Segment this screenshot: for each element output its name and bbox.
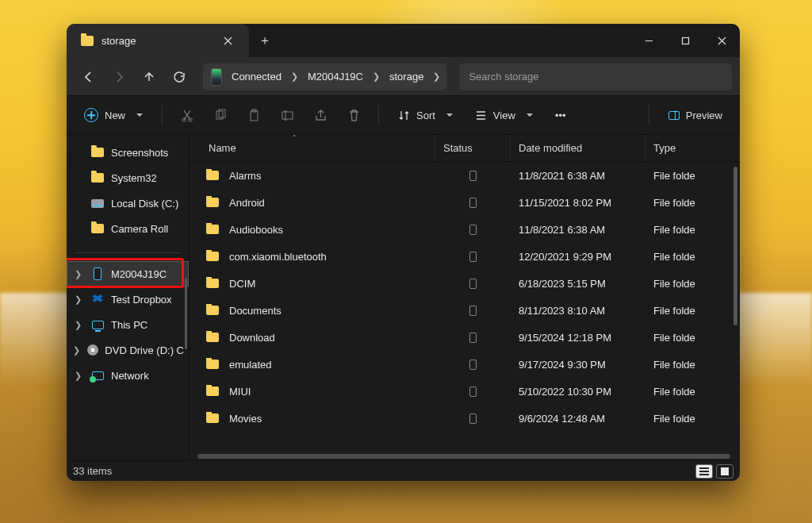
phone-icon xyxy=(90,267,105,280)
sidebar-item[interactable]: ❯Test Dropbox xyxy=(67,286,189,312)
minimize-button[interactable] xyxy=(630,24,667,57)
column-header-status[interactable]: Status xyxy=(435,135,511,161)
file-row[interactable]: com.xiaomi.bluetooth12/20/2021 9:29 PMFi… xyxy=(190,243,740,270)
close-button[interactable] xyxy=(703,24,740,57)
maximize-button[interactable] xyxy=(667,24,703,57)
column-header-date[interactable]: Date modified xyxy=(511,135,645,161)
file-type: File folde xyxy=(645,197,740,209)
up-button[interactable] xyxy=(135,63,163,90)
expand-chevron-icon[interactable]: ❯ xyxy=(71,345,81,356)
separator xyxy=(649,105,649,125)
preview-button[interactable]: Preview xyxy=(661,102,730,128)
expand-chevron-icon[interactable]: ❯ xyxy=(71,269,84,279)
folder-icon xyxy=(205,304,220,317)
sidebar-item[interactable]: ❯DVD Drive (D:) C xyxy=(67,337,189,363)
sidebar-item[interactable]: Screenshots xyxy=(67,140,189,165)
folder-icon xyxy=(205,223,220,236)
folder-icon xyxy=(205,250,220,263)
details-view-button[interactable] xyxy=(695,464,713,479)
device-status-icon xyxy=(469,279,477,289)
new-button[interactable]: New xyxy=(76,102,151,128)
address-bar[interactable]: Connected ❯ M2004J19C ❯ storage ❯ xyxy=(203,63,446,90)
cut-icon[interactable] xyxy=(174,102,201,128)
tab-close-button[interactable] xyxy=(217,30,238,51)
file-row[interactable]: Android11/15/2021 8:02 PMFile folde xyxy=(190,189,740,216)
chevron-right-icon[interactable]: ❯ xyxy=(373,71,380,82)
explorer-window: storage ＋ Connected ❯ M2004J19C ❯ storag… xyxy=(67,24,740,481)
folder-icon xyxy=(205,169,220,182)
sidebar-item-label: M2004J19C xyxy=(111,268,167,280)
breadcrumb-item[interactable]: Connected xyxy=(232,71,282,83)
file-date: 8/11/2023 8:10 AM xyxy=(511,305,645,317)
file-row[interactable]: emulated9/17/2024 9:30 PMFile folde xyxy=(190,351,740,378)
folder-icon xyxy=(90,146,105,159)
sidebar-item[interactable]: ❯This PC xyxy=(67,312,189,337)
view-button[interactable]: View xyxy=(467,102,541,128)
rename-icon[interactable] xyxy=(274,102,301,128)
sort-button[interactable]: Sort xyxy=(390,102,461,128)
thumbnails-view-button[interactable] xyxy=(716,464,733,479)
column-header-name[interactable]: Name xyxy=(190,135,435,161)
file-date: 9/17/2024 9:30 PM xyxy=(511,359,645,371)
sidebar-item-label: Network xyxy=(111,370,149,382)
sidebar-item[interactable]: ❯M2004J19C xyxy=(67,261,189,286)
svg-rect-7 xyxy=(282,112,293,119)
net-icon xyxy=(90,369,105,382)
file-row[interactable]: DCIM6/18/2023 5:15 PMFile folde xyxy=(190,270,740,297)
chevron-right-icon[interactable]: ❯ xyxy=(433,71,440,82)
device-status-icon xyxy=(469,198,477,208)
sidebar-item[interactable]: Camera Roll xyxy=(67,216,189,241)
file-row[interactable]: Alarms11/8/2021 6:38 AMFile folde xyxy=(190,162,740,189)
file-type: File folde xyxy=(645,359,740,371)
preview-pane-icon xyxy=(668,111,680,120)
file-type: File folde xyxy=(645,224,740,236)
forward-button[interactable] xyxy=(105,63,133,90)
file-row[interactable]: Documents8/11/2023 8:10 AMFile folde xyxy=(190,297,740,324)
device-status-icon xyxy=(469,386,477,397)
window-tab[interactable]: storage xyxy=(67,24,249,57)
share-icon[interactable] xyxy=(307,102,334,128)
expand-chevron-icon[interactable]: ❯ xyxy=(71,371,84,381)
expand-chevron-icon[interactable]: ❯ xyxy=(71,320,84,330)
folder-icon xyxy=(205,412,220,425)
breadcrumb-item[interactable]: storage xyxy=(389,71,423,83)
file-type: File folde xyxy=(645,251,740,263)
expand-chevron-icon[interactable]: ❯ xyxy=(71,294,84,305)
file-date: 6/18/2023 5:15 PM xyxy=(511,278,645,290)
file-type: File folde xyxy=(645,305,740,317)
file-name: MIUI xyxy=(229,386,251,398)
file-name: emulated xyxy=(229,359,271,371)
file-row[interactable]: MIUI5/10/2022 10:30 PMFile folde xyxy=(190,378,740,405)
column-header-type[interactable]: Type xyxy=(645,135,740,161)
file-row[interactable]: Movies9/6/2024 12:48 AMFile folde xyxy=(190,405,740,432)
folder-icon xyxy=(90,222,105,235)
title-bar: storage ＋ xyxy=(67,24,740,57)
command-bar: New Sort View ••• Preview xyxy=(67,95,740,135)
back-button[interactable] xyxy=(75,63,103,90)
delete-icon[interactable] xyxy=(340,102,367,128)
separator xyxy=(378,105,379,125)
vertical-scrollbar[interactable] xyxy=(733,167,737,325)
chevron-right-icon[interactable]: ❯ xyxy=(291,71,298,82)
breadcrumb-item[interactable]: M2004J19C xyxy=(308,71,363,83)
new-tab-button[interactable]: ＋ xyxy=(249,24,281,57)
file-row[interactable]: Audiobooks11/8/2021 6:38 AMFile folde xyxy=(190,216,740,243)
more-button[interactable]: ••• xyxy=(547,102,574,128)
file-row[interactable]: Download9/15/2024 12:18 PMFile folde xyxy=(190,324,740,351)
navigation-pane: ScreenshotsSystem32Local Disk (C:)Camera… xyxy=(67,135,190,460)
sidebar-item[interactable]: ❯Network xyxy=(67,363,189,388)
search-input[interactable] xyxy=(469,71,722,83)
sidebar-item[interactable]: System32 xyxy=(67,165,189,190)
refresh-button[interactable] xyxy=(165,63,193,90)
file-date: 5/10/2022 10:30 PM xyxy=(511,386,645,398)
plus-circle-icon xyxy=(84,108,98,122)
file-name: com.xiaomi.bluetooth xyxy=(229,251,327,263)
sidebar-item[interactable]: Local Disk (C:) xyxy=(67,190,189,216)
horizontal-scrollbar[interactable] xyxy=(197,454,730,459)
paste-icon[interactable] xyxy=(240,102,267,128)
file-name: Movies xyxy=(229,413,262,425)
copy-icon[interactable] xyxy=(207,102,234,128)
search-box[interactable] xyxy=(459,63,732,90)
file-date: 12/20/2021 9:29 PM xyxy=(511,251,645,263)
file-type: File folde xyxy=(645,170,740,182)
